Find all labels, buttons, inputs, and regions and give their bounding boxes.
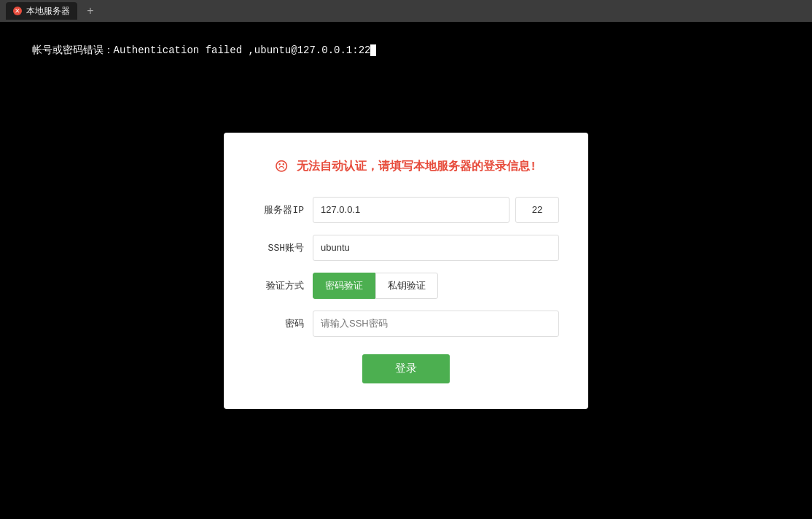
password-row: 密码 [253,311,559,337]
port-input[interactable] [515,197,559,223]
password-auth-button[interactable]: 密码验证 [313,273,375,299]
ssh-account-input[interactable] [313,235,559,261]
title-bar: ✕ 本地服务器 + [0,0,812,22]
dialog-header: ☹ 无法自动认证，请填写本地服务器的登录信息! [253,155,559,179]
server-ip-input[interactable] [313,197,510,223]
ssh-account-row: SSH账号 [253,235,559,261]
sad-face-icon: ☹ [276,155,288,179]
auth-method-row: 验证方式 密码验证 私钥验证 [253,273,559,299]
server-ip-row: 服务器IP [253,197,559,223]
tab-close-icon[interactable]: ✕ [13,7,22,15]
tab-local-server[interactable]: ✕ 本地服务器 [6,2,77,20]
ssh-account-label: SSH账号 [253,241,304,254]
password-input[interactable] [313,311,559,337]
server-ip-label: 服务器IP [253,203,304,216]
terminal-area: 帐号或密码错误：Authentication failed ,ubuntu@12… [0,22,812,519]
auth-method-label: 验证方式 [253,279,304,292]
ip-port-group [313,197,559,223]
add-tab-button[interactable]: + [83,4,98,18]
login-row: 登录 [253,348,559,383]
key-auth-button[interactable]: 私钥验证 [375,273,438,299]
auth-dialog: ☹ 无法自动认证，请填写本地服务器的登录信息! 服务器IP SSH账号 验证方式 [224,133,588,409]
dialog-title: 无法自动认证，请填写本地服务器的登录信息! [297,159,537,174]
tab-label: 本地服务器 [26,5,70,17]
dialog-overlay: ☹ 无法自动认证，请填写本地服务器的登录信息! 服务器IP SSH账号 验证方式 [0,22,812,519]
login-button[interactable]: 登录 [362,354,450,383]
auth-method-buttons: 密码验证 私钥验证 [313,273,438,299]
password-label: 密码 [253,317,304,330]
